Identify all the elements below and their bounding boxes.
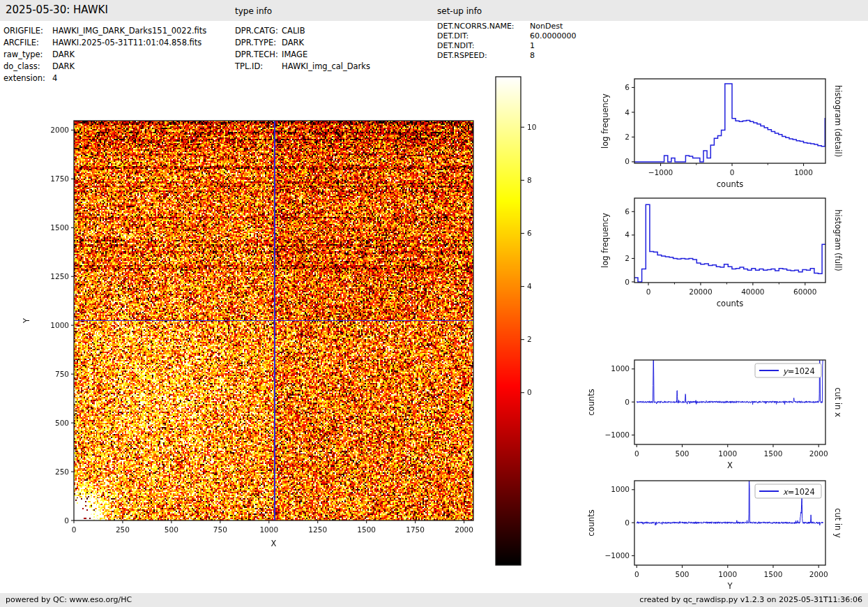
plot-hist-full: 02000040000600000246countslog frequencyh… xyxy=(600,198,843,308)
y-axis-label: counts xyxy=(586,389,596,415)
meta-label: DET.NDIT: xyxy=(437,41,530,51)
x-tick-label: −1000 xyxy=(648,168,673,177)
meta-value: DARK xyxy=(52,61,75,73)
y-tick-label: 0 xyxy=(625,157,630,165)
y-tick-label: 250 xyxy=(55,467,69,476)
y-axis-label: Y xyxy=(22,317,31,324)
meta-label: TPL.ID: xyxy=(235,61,282,73)
y-tick-label: −1000 xyxy=(604,430,630,439)
colorbar-tick-label: 10 xyxy=(527,123,536,131)
meta-label: DET.NCORRS.NAME: xyxy=(437,22,530,31)
x-tick-label: 20000 xyxy=(689,287,712,296)
data-series-hist-detail xyxy=(632,84,829,162)
meta-row: TPL.ID:HAWKI_img_cal_Darks xyxy=(235,61,370,73)
meta-row: DET.NDIT:1 xyxy=(437,41,576,51)
meta-value: 4 xyxy=(52,73,57,84)
x-tick-label: 1000 xyxy=(718,570,737,578)
meta-value: HAWKI_img_cal_Darks xyxy=(282,61,370,73)
meta-label: DPR.CATG: xyxy=(235,25,282,37)
meta-row: DET.NCORRS.NAME:NonDest xyxy=(437,22,576,31)
meta-label: extension: xyxy=(3,73,52,84)
meta-label: DPR.TECH: xyxy=(235,49,282,61)
meta-row: extension:4 xyxy=(3,73,206,84)
x-tick-label: 40000 xyxy=(741,287,764,296)
x-tick-label: 2000 xyxy=(455,525,473,534)
meta-label: do_class: xyxy=(3,61,52,73)
right-axis-label: cut in y xyxy=(833,508,843,538)
x-axis-label: X xyxy=(727,460,733,470)
y-tick-label: 1500 xyxy=(50,223,69,232)
y-tick-label: 6 xyxy=(625,207,630,216)
meta-row: DET.DIT:60.0000000 xyxy=(437,31,576,41)
meta-value: 60.0000000 xyxy=(530,31,576,41)
data-series-cut-y xyxy=(637,481,823,525)
meta-label: ORIGFILE: xyxy=(3,25,52,37)
y-tick-label: 4 xyxy=(625,108,630,117)
x-axis-label: counts xyxy=(717,179,743,189)
x-tick-label: 2000 xyxy=(809,449,828,458)
meta-label: DET.DIT: xyxy=(437,31,530,41)
x-tick-label: 0 xyxy=(72,525,77,534)
x-tick-label: 1750 xyxy=(406,525,425,534)
meta-row: ORIGFILE:HAWKI_IMG_DARK_Darks151_0022.fi… xyxy=(3,25,206,37)
legend-cut-y: x=1024 xyxy=(755,484,821,498)
plot-cut-y: 0500100015002000−100001000Ycountscut in … xyxy=(586,481,843,591)
meta-value: 1 xyxy=(530,41,535,51)
x-tick-label: 0 xyxy=(634,570,639,578)
y-tick-label: 1000 xyxy=(611,485,630,493)
y-tick-label: 0 xyxy=(625,398,630,406)
right-axis-label: histogram (full) xyxy=(833,209,843,271)
y-tick-label: 0 xyxy=(64,516,69,525)
meta-row: ARCFILE:HAWKI.2025-05-31T11:01:04.858.fi… xyxy=(3,37,206,49)
page-title: 2025-05-30: HAWKI xyxy=(6,3,108,16)
x-tick-label: 1500 xyxy=(764,570,783,578)
plot-hist-detail: −1000010000246countslog frequencyhistogr… xyxy=(600,79,843,189)
meta-value: HAWKI.2025-05-31T11:01:04.858.fits xyxy=(52,37,201,49)
x-tick-label: 1250 xyxy=(308,525,327,534)
legend-cut-x: y=1024 xyxy=(755,364,821,377)
x-tick-label: 500 xyxy=(165,525,178,534)
meta-label: DET.RSPEED: xyxy=(437,51,530,61)
meta-row: DPR.TECH:IMAGE xyxy=(235,49,370,61)
meta-value: NonDest xyxy=(530,22,563,31)
x-tick-label: 60000 xyxy=(793,287,816,296)
colorbar-tick-label: 4 xyxy=(527,282,532,290)
dark-frame-heatmap xyxy=(74,121,473,520)
x-axis-label: counts xyxy=(717,299,743,308)
meta-row: DPR.CATG:CALIB xyxy=(235,25,370,37)
meta-value: HAWKI_IMG_DARK_Darks151_0022.fits xyxy=(52,25,206,37)
y-tick-label: 2 xyxy=(625,254,630,262)
plot-cut-x: 0500100015002000−100001000Xcountscut in … xyxy=(586,360,843,470)
meta-row: DPR.TYPE:DARK xyxy=(235,37,370,49)
y-tick-label: 1000 xyxy=(50,321,69,329)
x-tick-label: 2000 xyxy=(809,570,828,578)
y-tick-label: 1000 xyxy=(611,364,630,373)
footer-credit-qc: powered by QC: www.eso.org/HC xyxy=(6,595,132,604)
x-tick-label: 1500 xyxy=(357,525,376,534)
header-bar: 2025-05-30: HAWKI type info set-up info xyxy=(0,0,868,21)
y-tick-label: 1750 xyxy=(50,174,69,183)
meta-row: raw_type:DARK xyxy=(3,49,206,61)
y-tick-label: 4 xyxy=(625,230,630,239)
y-tick-label: 1250 xyxy=(50,272,69,280)
y-tick-label: 6 xyxy=(625,83,630,91)
x-axis-label: X xyxy=(271,539,277,548)
footer-bar: powered by QC: www.eso.org/HC created by… xyxy=(0,593,868,607)
colorbar-tick-label: 2 xyxy=(527,335,532,343)
x-tick-label: 1500 xyxy=(764,449,783,458)
setup-info-list: DET.NCORRS.NAME:NonDestDET.DIT:60.000000… xyxy=(437,22,576,61)
x-axis-label: Y xyxy=(726,581,733,591)
data-series-cut-x xyxy=(637,360,823,405)
colorbar-tick-label: 8 xyxy=(527,176,532,184)
colorbar-tick-label: 0 xyxy=(527,388,532,396)
y-axis-label: counts xyxy=(586,509,596,536)
x-tick-label: 500 xyxy=(675,570,689,578)
meta-label: raw_type: xyxy=(3,49,52,61)
file-info-list: ORIGFILE:HAWKI_IMG_DARK_Darks151_0022.fi… xyxy=(3,25,206,84)
type-info-heading: type info xyxy=(235,6,272,16)
y-tick-label: 0 xyxy=(625,518,630,527)
legend-label: x=1024 xyxy=(783,487,815,497)
meta-value: DARK xyxy=(282,37,304,49)
x-tick-label: 750 xyxy=(213,525,227,534)
x-tick-label: 1000 xyxy=(794,168,813,177)
